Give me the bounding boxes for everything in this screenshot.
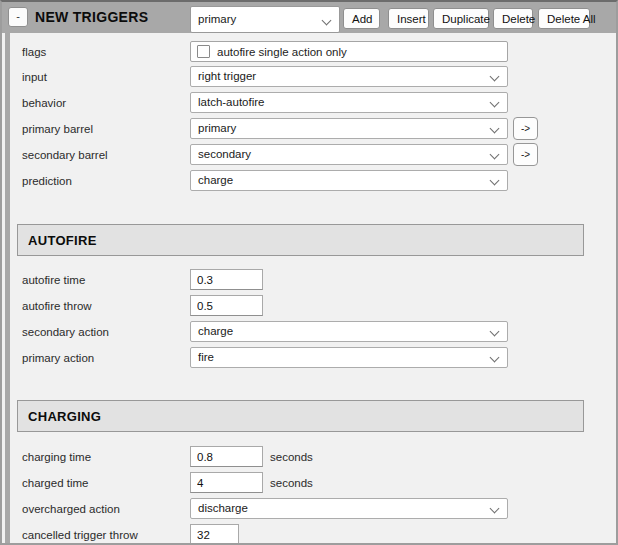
charged-time-label: charged time — [22, 477, 88, 489]
input-label: input — [22, 71, 47, 83]
overcharged-action-row: overcharged action discharge — [2, 498, 616, 520]
input-dropdown-value: right trigger — [198, 70, 256, 82]
trigger-selector-value: primary — [198, 13, 236, 25]
secondary-barrel-row: secondary barrel secondary -> — [2, 144, 616, 166]
cancelled-trigger-throw-row: cancelled trigger throw — [2, 524, 616, 545]
flags-label: flags — [22, 46, 46, 58]
chevron-down-icon — [490, 176, 500, 186]
primary-action-dropdown[interactable]: fire — [190, 347, 508, 368]
secondary-barrel-label: secondary barrel — [22, 149, 108, 161]
autofire-time-label: autofire time — [22, 274, 85, 286]
input-row: input right trigger — [2, 66, 616, 88]
chevron-down-icon — [490, 327, 500, 337]
panel-header: - NEW TRIGGERS primary Add Insert Duplic… — [2, 2, 616, 33]
primary-action-label: primary action — [22, 352, 94, 364]
charged-time-row: charged time seconds — [2, 472, 616, 494]
autofire-section-header: AUTOFIRE — [17, 224, 584, 256]
autofire-time-input[interactable] — [190, 269, 263, 290]
prediction-row: prediction charge — [2, 170, 616, 192]
charging-time-unit: seconds — [270, 451, 313, 463]
overcharged-action-label: overcharged action — [22, 503, 120, 515]
cancelled-trigger-throw-label: cancelled trigger throw — [22, 529, 138, 541]
behavior-label: behavior — [22, 97, 66, 109]
overcharged-action-dropdown[interactable]: discharge — [190, 498, 508, 519]
secondary-action-dropdown[interactable]: charge — [190, 321, 508, 342]
prediction-label: prediction — [22, 175, 72, 187]
charging-section-header: CHARGING — [17, 400, 584, 432]
chevron-down-icon — [322, 16, 332, 26]
chevron-down-icon — [490, 150, 500, 160]
trigger-selector-dropdown[interactable]: primary — [190, 6, 340, 33]
primary-barrel-row: primary barrel primary -> — [2, 118, 616, 140]
behavior-dropdown-value: latch-autofire — [198, 96, 264, 108]
secondary-action-dropdown-value: charge — [198, 325, 233, 337]
autofire-time-row: autofire time — [2, 269, 616, 291]
overcharged-action-dropdown-value: discharge — [198, 502, 248, 514]
chevron-down-icon — [490, 353, 500, 363]
charged-time-input[interactable] — [190, 472, 263, 493]
secondary-action-label: secondary action — [22, 326, 109, 338]
primary-barrel-dropdown[interactable]: primary — [190, 118, 508, 139]
autofire-section-title: AUTOFIRE — [28, 233, 97, 248]
prediction-dropdown[interactable]: charge — [190, 170, 508, 191]
primary-barrel-label: primary barrel — [22, 123, 93, 135]
secondary-action-row: secondary action charge — [2, 321, 616, 343]
input-dropdown[interactable]: right trigger — [190, 66, 508, 87]
insert-button[interactable]: Insert — [388, 8, 429, 29]
charging-time-input[interactable] — [190, 446, 263, 467]
behavior-dropdown[interactable]: latch-autofire — [190, 92, 508, 113]
goto-primary-barrel-button[interactable]: -> — [513, 117, 538, 140]
goto-secondary-barrel-button[interactable]: -> — [513, 143, 538, 166]
primary-action-row: primary action fire — [2, 347, 616, 369]
autofire-throw-row: autofire throw — [2, 295, 616, 317]
prediction-dropdown-value: charge — [198, 174, 233, 186]
autofire-single-action-label: autofire single action only — [217, 46, 347, 58]
secondary-barrel-dropdown-value: secondary — [198, 148, 251, 160]
charging-section-title: CHARGING — [28, 409, 101, 424]
chevron-down-icon — [490, 72, 500, 82]
charging-time-row: charging time seconds — [2, 446, 616, 468]
chevron-down-icon — [490, 98, 500, 108]
autofire-throw-input[interactable] — [190, 295, 263, 316]
flags-group: autofire single action only — [190, 41, 508, 62]
secondary-barrel-dropdown[interactable]: secondary — [190, 144, 508, 165]
delete-all-button[interactable]: Delete All — [538, 8, 590, 29]
chevron-down-icon — [490, 504, 500, 514]
cancelled-trigger-throw-input[interactable] — [190, 524, 239, 545]
autofire-single-action-checkbox[interactable] — [197, 45, 210, 58]
chevron-down-icon — [490, 124, 500, 134]
delete-button[interactable]: Delete — [493, 8, 533, 29]
autofire-throw-label: autofire throw — [22, 300, 92, 312]
flags-row: flags autofire single action only — [2, 41, 616, 63]
panel-title: NEW TRIGGERS — [35, 9, 148, 25]
duplicate-button[interactable]: Duplicate — [433, 8, 489, 29]
triggers-panel: - NEW TRIGGERS primary Add Insert Duplic… — [0, 0, 618, 545]
add-button[interactable]: Add — [343, 8, 380, 29]
primary-barrel-dropdown-value: primary — [198, 122, 236, 134]
charged-time-unit: seconds — [270, 477, 313, 489]
behavior-row: behavior latch-autofire — [2, 92, 616, 114]
collapse-button[interactable]: - — [8, 7, 28, 27]
charging-time-label: charging time — [22, 451, 91, 463]
primary-action-dropdown-value: fire — [198, 351, 214, 363]
